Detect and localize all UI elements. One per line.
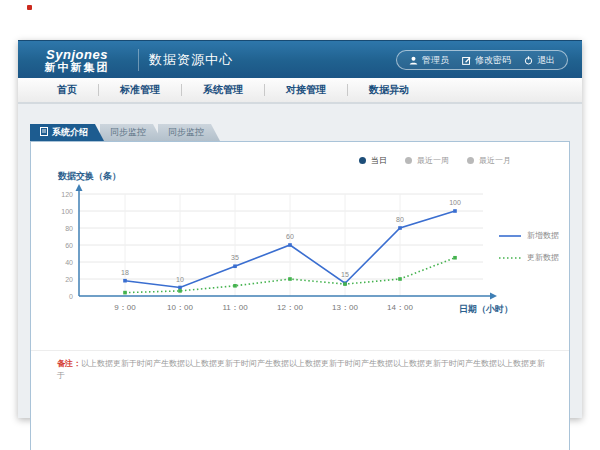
admin-label: 管理员 <box>422 54 449 67</box>
user-icon <box>409 56 418 65</box>
logo-brand: Synjones <box>18 48 136 62</box>
logo-company: 新中新集团 <box>18 62 136 74</box>
nav-item-system-mgmt[interactable]: 系统管理 <box>182 83 264 97</box>
note-divider <box>31 350 569 351</box>
tab-bar: 系统介绍 同步监控 同步监控 <box>30 124 220 141</box>
nav-item-standard-mgmt[interactable]: 标准管理 <box>99 83 181 97</box>
y-axis-title: 数据交换（条） <box>58 170 121 183</box>
svg-text:15: 15 <box>341 271 349 278</box>
page: Synjones 新中新集团 数据资源中心 管理员 修改密码 <box>0 0 600 450</box>
svg-text:20: 20 <box>65 276 73 283</box>
svg-text:9：00: 9：00 <box>114 303 136 312</box>
chart-panel: 当日 最近一周 最近一月 数据交换（条） 0204060801001209：00… <box>30 141 570 450</box>
header-divider <box>138 49 139 71</box>
svg-text:80: 80 <box>65 225 73 232</box>
content-area: 系统介绍 同步监控 同步监控 当日 最近一周 <box>18 106 582 418</box>
radio-dot-icon <box>359 157 366 164</box>
range-option-last-week[interactable]: 最近一周 <box>405 155 449 166</box>
svg-text:13：00: 13：00 <box>332 303 358 312</box>
footnote-label: 备注： <box>57 359 81 368</box>
radio-dot-icon <box>405 157 412 164</box>
tab-sync-monitor-2[interactable]: 同步监控 <box>158 124 220 141</box>
dotted-line-icon <box>499 256 521 260</box>
logout-button[interactable]: 退出 <box>524 54 555 67</box>
document-icon <box>40 127 48 138</box>
svg-text:100: 100 <box>449 199 461 206</box>
svg-text:11：00: 11：00 <box>222 303 248 312</box>
svg-text:100: 100 <box>61 208 73 215</box>
range-label: 最近一月 <box>479 155 511 166</box>
nav-item-home[interactable]: 首页 <box>36 83 98 97</box>
svg-text:18: 18 <box>121 269 129 276</box>
svg-text:10：00: 10：00 <box>167 303 193 312</box>
logo: Synjones 新中新集团 <box>18 45 136 73</box>
tab-label: 同步监控 <box>110 126 146 139</box>
legend-item-updated-data: 更新数据 <box>499 252 559 263</box>
solid-line-icon <box>499 234 521 238</box>
nav-item-interface-mgmt[interactable]: 对接管理 <box>265 83 347 97</box>
app-window: Synjones 新中新集团 数据资源中心 管理员 修改密码 <box>18 40 582 418</box>
svg-text:60: 60 <box>65 242 73 249</box>
nav-item-data-change[interactable]: 数据异动 <box>348 83 430 97</box>
svg-text:120: 120 <box>61 191 73 198</box>
series-legend: 新增数据 更新数据 <box>499 230 559 263</box>
legend-item-new-data: 新增数据 <box>499 230 559 241</box>
range-label: 当日 <box>371 155 387 166</box>
tab-system-intro[interactable]: 系统介绍 <box>30 124 104 141</box>
range-label: 最近一周 <box>417 155 449 166</box>
page-title: 数据资源中心 <box>149 51 233 69</box>
tab-sync-monitor-1[interactable]: 同步监控 <box>100 124 162 141</box>
svg-text:14：00: 14：00 <box>387 303 413 312</box>
svg-text:60: 60 <box>286 233 294 240</box>
logout-label: 退出 <box>537 54 555 67</box>
svg-text:0: 0 <box>69 293 73 300</box>
footnote-text: 以上数据更新于时间产生数据以上数据更新于时间产生数据以上数据更新于时间产生数据以… <box>57 359 545 380</box>
edit-icon <box>462 56 471 65</box>
main-nav: 首页 标准管理 系统管理 对接管理 数据异动 <box>18 78 582 104</box>
range-selector: 当日 最近一周 最近一月 <box>359 155 511 166</box>
change-password-label: 修改密码 <box>475 54 511 67</box>
line-chart-container: 0204060801001209：0010：0011：0012：0013：001… <box>39 184 517 340</box>
svg-text:12：00: 12：00 <box>277 303 303 312</box>
user-menu: 管理员 修改密码 退出 <box>396 50 568 70</box>
svg-text:10: 10 <box>176 276 184 283</box>
legend-label: 新增数据 <box>527 230 559 241</box>
power-icon <box>524 56 533 65</box>
svg-text:40: 40 <box>65 259 73 266</box>
app-header: Synjones 新中新集团 数据资源中心 管理员 修改密码 <box>18 40 582 78</box>
admin-user-button[interactable]: 管理员 <box>409 54 449 67</box>
range-option-today[interactable]: 当日 <box>359 155 387 166</box>
svg-text:日期（小时）: 日期（小时） <box>459 304 513 314</box>
footnote: 备注：以上数据更新于时间产生数据以上数据更新于时间产生数据以上数据更新于时间产生… <box>57 358 549 382</box>
tab-label: 系统介绍 <box>52 126 88 139</box>
change-password-button[interactable]: 修改密码 <box>462 54 511 67</box>
legend-label: 更新数据 <box>527 252 559 263</box>
svg-text:80: 80 <box>396 216 404 223</box>
line-chart: 0204060801001209：0010：0011：0012：0013：001… <box>39 184 517 336</box>
tab-label: 同步监控 <box>168 126 204 139</box>
red-dot <box>27 5 32 10</box>
radio-dot-icon <box>467 157 474 164</box>
svg-text:35: 35 <box>231 254 239 261</box>
range-option-last-month[interactable]: 最近一月 <box>467 155 511 166</box>
